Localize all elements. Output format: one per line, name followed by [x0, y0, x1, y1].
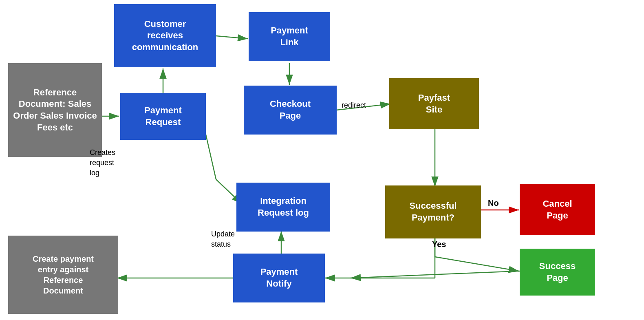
reference-doc-label: Reference Document: Sales Order Sales In… [11, 87, 99, 133]
successful-payment-label: SuccessfulPayment? [409, 200, 457, 223]
customer-receives-node: Customerreceivescommunication [114, 4, 216, 67]
redirect-label: redirect [342, 101, 366, 110]
payment-link-node: PaymentLink [249, 12, 330, 61]
svg-line-13 [206, 135, 216, 179]
checkout-page-node: CheckoutPage [244, 86, 337, 135]
diagram-container: Reference Document: Sales Order Sales In… [0, 0, 644, 320]
payment-request-node: PaymentRequest [120, 93, 206, 140]
create-payment-label: Create paymententry againstReferenceDocu… [33, 254, 94, 296]
success-page-label: SuccessPage [539, 260, 576, 284]
customer-receives-label: Customerreceivescommunication [132, 18, 198, 53]
integration-request-log-label: IntegrationRequest log [258, 195, 309, 218]
create-payment-node: Create paymententry againstReferenceDocu… [8, 236, 118, 314]
svg-line-12 [351, 271, 520, 278]
yes-label: Yes [432, 240, 446, 249]
success-page-node: SuccessPage [520, 249, 595, 296]
svg-line-5 [216, 36, 248, 39]
payment-notify-node: PaymentNotify [233, 254, 325, 302]
update-status-label: Updatestatus [211, 229, 235, 249]
payment-link-label: PaymentLink [271, 25, 308, 48]
cancel-page-node: CancelPage [520, 184, 595, 235]
payment-notify-label: PaymentNotify [260, 266, 298, 289]
reference-doc-node: Reference Document: Sales Order Sales In… [8, 63, 102, 157]
svg-line-11 [435, 257, 519, 271]
payment-request-label: PaymentRequest [144, 105, 182, 128]
creates-request-log-label: Createsrequestlog [90, 148, 115, 179]
successful-payment-node: SuccessfulPayment? [385, 185, 481, 238]
payfast-site-node: PayfastSite [389, 78, 479, 129]
no-label: No [488, 199, 499, 208]
cancel-page-label: CancelPage [543, 198, 572, 221]
payfast-site-label: PayfastSite [418, 92, 450, 115]
integration-request-log-node: IntegrationRequest log [236, 183, 330, 232]
checkout-page-label: CheckoutPage [270, 98, 311, 121]
